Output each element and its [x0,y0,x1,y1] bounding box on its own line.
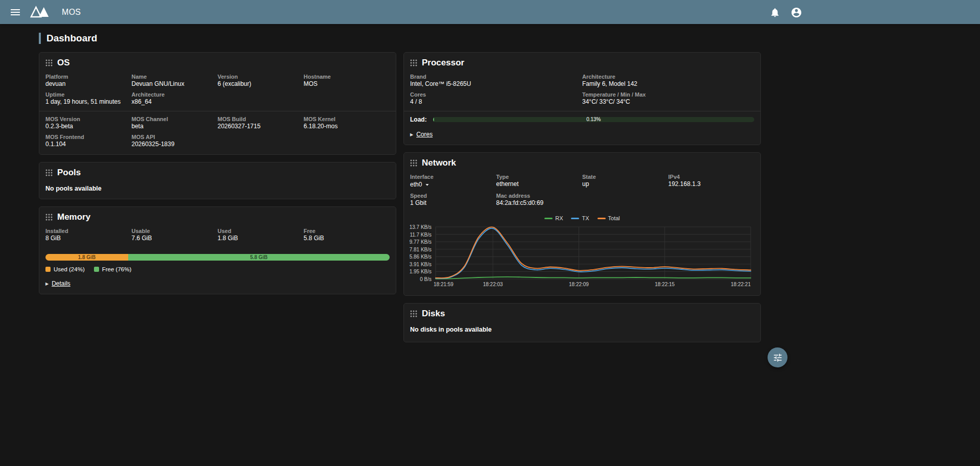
legend-item-tx[interactable]: TX [571,215,589,221]
left-column: OS Platform devuan Name Devuan GNU/Linux… [39,52,396,294]
card-title: Processor [422,58,464,68]
account-icon [791,7,802,18]
legend-item-rx[interactable]: RX [544,215,563,221]
notifications-button[interactable] [767,4,783,20]
cores-toggle-label: Cores [416,131,433,138]
legend-line-swatch [597,218,606,219]
drag-grid-icon [410,310,417,317]
field-value: devuan [45,81,132,87]
field-value: 0.2.3-beta [45,123,132,130]
legend-item-total[interactable]: Total [597,215,620,221]
page-header: Dashboard [39,33,980,44]
drag-grid-icon [410,59,417,66]
title-accent-bar [39,33,41,44]
field-label: Name [132,74,218,80]
cpu-load-bar: 0.13% [433,117,754,122]
drag-grid-icon [45,59,53,66]
legend-label: Free (76%) [102,266,132,272]
field-value: 6.18.20-mos [304,123,390,130]
drag-grid-icon [45,214,53,221]
field-value: Intel, Core™ i5-8265U [410,81,582,87]
field-value: 7.6 GiB [132,235,218,242]
field-free: Free 5.8 GiB [304,228,390,242]
mos-logo [30,6,52,18]
field-value: Devuan GNU/Linux [132,81,218,87]
field-label: State [582,174,668,180]
network-card: Network Interface eth0 Type [403,152,761,296]
app-bar: MOS [0,0,980,24]
field-label: MOS Version [45,116,132,122]
field-value: 20260327-1715 [218,123,304,130]
field-label: Interface [410,174,496,180]
cores-toggle[interactable]: ▶ Cores [410,131,754,138]
field-value: 5.8 GiB [304,235,390,242]
y-axis-tick-label: 7.81 KB/s [410,246,432,252]
drag-grid-icon [45,169,53,176]
field-architecture: Architecture x86_64 [132,91,218,105]
x-axis-tick-label: 18:22:21 [731,282,751,287]
y-axis-tick-label: 13.7 KB/s [410,224,432,230]
field-label: IPv4 [668,174,755,180]
field-temperature: Temperature / Min / Max 34°C/ 33°C/ 34°C [582,91,754,105]
legend-label: RX [555,215,563,221]
field-mac-address: Mac address 84:2a:fd:c5:d0:69 [496,193,583,206]
cpu-load-row: Load: 0.13% [410,116,754,123]
card-divider [39,111,396,111]
field-value: beta [132,123,218,130]
memory-free-segment: 5.8 GiB [128,254,390,261]
field-mos-frontend: MOS Frontend 0.1.104 [45,134,132,148]
field-label: MOS Channel [132,116,218,122]
menu-button[interactable] [7,4,23,20]
expand-arrow-icon: ▶ [410,132,413,137]
field-label: Platform [45,74,132,80]
legend-label: Used (24%) [54,266,85,272]
field-label: Version [218,74,304,80]
legend-label: TX [582,215,589,221]
memory-legend: Used (24%) Free (76%) [45,266,390,272]
field-label: Installed [45,228,132,234]
legend-line-swatch [544,218,553,219]
details-toggle-label: Details [52,280,70,287]
field-value: x86_64 [132,99,218,105]
field-value: 84:2a:fd:c5:d0:69 [496,200,583,206]
field-cores: Cores 4 / 8 [410,91,582,105]
legend-line-swatch [571,218,579,219]
card-title: Network [422,158,456,168]
details-toggle[interactable]: ▶ Details [45,280,390,287]
y-axis-tick-label: 11.7 KB/s [410,231,432,237]
page-title: Dashboard [46,33,97,44]
disks-empty-text: No disks in pools available [410,326,754,333]
field-value: 192.168.1.3 [668,181,755,188]
x-axis-tick-label: 18:22:03 [483,282,503,287]
memory-card: Memory Installed 8 GiB Usable 7.6 GiB Us… [39,206,396,294]
interface-select[interactable]: eth0 [410,181,496,189]
bell-icon [770,7,780,18]
card-title: Disks [422,309,445,319]
field-label: Architecture [582,74,754,80]
cpu-load-value: 0.13% [433,117,754,122]
app-title: MOS [62,8,81,17]
field-value: ethernet [496,181,583,188]
field-label: Architecture [132,91,218,98]
field-mos-channel: MOS Channel beta [132,116,218,130]
memory-used-segment: 1.8 GiB [45,254,128,261]
chevron-down-icon [423,181,431,189]
field-value: 1 day, 19 hours, 51 minutes [45,99,132,105]
field-value: 34°C/ 33°C/ 34°C [582,99,754,105]
field-label: Mac address [496,193,583,199]
account-button[interactable] [788,4,804,20]
y-axis-tick-label: 1.95 KB/s [410,269,432,274]
interface-value: eth0 [410,181,422,188]
field-name: Name Devuan GNU/Linux [132,74,218,87]
field-value: 20260325-1839 [132,141,218,148]
os-card: OS Platform devuan Name Devuan GNU/Linux… [39,52,396,155]
x-axis-tick-label: 18:21:59 [434,282,453,287]
y-axis-tick-label: 5.86 KB/s [410,254,432,260]
field-speed: Speed 1 Gbit [410,193,496,206]
field-value: up [582,181,668,188]
field-ipv4: IPv4 192.168.1.3 [668,174,755,189]
dashboard-settings-fab[interactable] [768,347,787,367]
legend-item-free: Free (76%) [94,266,132,272]
memory-free-label: 5.8 GiB [250,254,268,260]
pools-card: Pools No pools available [39,162,396,199]
